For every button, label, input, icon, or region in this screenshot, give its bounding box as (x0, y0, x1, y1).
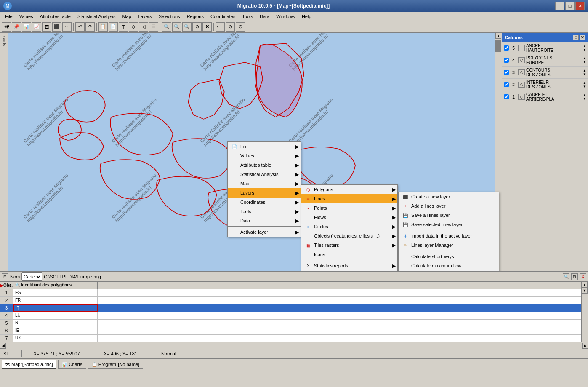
tb-icon-6[interactable]: ⬛ (52, 22, 61, 32)
ctx-objects[interactable]: Objects (recatangles, ellipsis ...) ▶ (301, 231, 397, 240)
tb-nav-3[interactable]: ⊙ (236, 22, 245, 32)
ctx-statistical[interactable]: Statistical Analysis ▶ (228, 170, 301, 179)
menu-attributes[interactable]: Attributes table (37, 13, 74, 20)
menu-file[interactable]: File (2, 13, 16, 20)
menu-tools[interactable]: Tools (239, 13, 256, 20)
table-scroll-down[interactable]: ▼ (582, 288, 588, 294)
ctx-import-data[interactable]: ⬇ Import data in the active layer (399, 231, 499, 240)
minimize-button[interactable]: − (555, 2, 564, 10)
layer-1-up[interactable]: ▲ (583, 93, 586, 97)
close-button[interactable]: ✕ (575, 2, 585, 10)
tb-nav-2[interactable]: ⊙ (226, 22, 235, 32)
ctx-values[interactable]: Values ▶ (228, 151, 301, 160)
menu-help[interactable]: Help (298, 13, 315, 20)
layer-2-down[interactable]: ▼ (583, 85, 586, 88)
tb-icon-12[interactable]: ◁ (139, 22, 148, 32)
tb-icon-4[interactable]: 📈 (32, 22, 41, 32)
ctx-coordinates[interactable]: Coordinates ▶ (228, 198, 301, 207)
taskbar-charts-btn[interactable]: 📊 Charts (58, 360, 86, 369)
layer-3-down[interactable]: ▼ (583, 72, 586, 76)
tb-icon-13[interactable]: ☰ (149, 22, 158, 32)
menu-map[interactable]: Map (119, 13, 134, 20)
ctx-calc-short[interactable]: Calculate short ways (399, 252, 499, 261)
layer-1-down[interactable]: ▼ (583, 97, 586, 101)
ctx-activate[interactable]: Activate layer ▶ (228, 227, 301, 237)
menu-data[interactable]: Data (256, 13, 273, 20)
table-scroll-up[interactable]: ▲ (582, 282, 588, 288)
layer-4-up[interactable]: ▲ (583, 56, 586, 60)
col-header-1[interactable]: 🔍 Identifiant des polygônes (13, 282, 98, 289)
menu-regions[interactable]: Regions (184, 13, 207, 20)
carte-dropdown[interactable]: Carte (21, 272, 42, 281)
hscroll-left[interactable]: ◀ (0, 343, 6, 349)
layer-4-down[interactable]: ▼ (583, 60, 586, 64)
layer-3-checkbox[interactable] (504, 70, 509, 75)
tb-icon-7[interactable]: 〰 (62, 22, 72, 32)
ctx-attributes[interactable]: Attributes table ▶ (228, 160, 301, 170)
ctx-tools[interactable]: Tools ▶ (228, 207, 301, 216)
tb-search[interactable]: 🔍 (162, 22, 171, 32)
ctx-save-all-lines[interactable]: 💾 Save all lines layer (399, 211, 499, 220)
ctx-create-new-layer[interactable]: ⬛ Create a new layer (399, 192, 499, 201)
ctx-point-layer-edges[interactable]: Create a point layer from lines edges (399, 270, 499, 271)
menu-layers[interactable]: Layers (135, 13, 155, 20)
ctx-symbols[interactable]: ◉ Symbols ▶ (301, 270, 397, 271)
layer-2-checkbox[interactable] (504, 82, 509, 87)
tb-search-2[interactable]: 🔍 (172, 22, 181, 32)
panel-close[interactable]: ✕ (580, 35, 585, 40)
table-row-lu[interactable]: LU (13, 312, 581, 320)
table-row-nl[interactable]: NL (13, 320, 581, 327)
ctx-tiles[interactable]: ▦ Tiles rasters ▶ (301, 240, 397, 250)
ctx-icons[interactable]: Icons (301, 250, 397, 259)
table-row-fr[interactable]: FR (13, 297, 581, 304)
menu-coordinates[interactable]: Coordinates (207, 13, 239, 20)
tb-icon-15[interactable]: ✖ (202, 22, 212, 32)
tb-redo[interactable]: ↷ (85, 22, 95, 32)
table-row-it[interactable]: IT (13, 304, 581, 312)
table-row-uk[interactable]: UK (13, 335, 581, 342)
tb-icon-1[interactable]: 🗺 (2, 22, 11, 32)
table-row-es[interactable]: ES (13, 289, 581, 297)
map-container[interactable]: Carte réalisée avec Migratiohttp://www.m… (8, 33, 502, 271)
taskbar-map-btn[interactable]: 🗺 Map*[Softpedia.mic] (2, 360, 56, 369)
ctx-layers[interactable]: Layers ▶ (228, 188, 301, 198)
ctx-data[interactable]: Data ▶ (228, 216, 301, 225)
ctx-save-selected-lines[interactable]: 💾 Save selected lines layer (399, 220, 499, 229)
ctx-calc-max-flow[interactable]: Calculate maximum flow (399, 261, 499, 270)
bottom-icon-3[interactable]: ⊟ (571, 273, 578, 280)
tb-icon-9[interactable]: 📄 (109, 22, 118, 32)
ctx-circles[interactable]: ○ Circles ▶ (301, 222, 397, 231)
tb-icon-10[interactable]: T (119, 22, 128, 32)
layer-2-up[interactable]: ▲ (583, 81, 586, 85)
tb-icon-5[interactable]: 🖼 (42, 22, 51, 32)
menu-selections[interactable]: Selections (155, 13, 184, 20)
tb-icon-3[interactable]: 📊 (22, 22, 31, 32)
panel-restore[interactable]: □ (573, 35, 579, 40)
tb-icon-8[interactable]: 📋 (98, 22, 108, 32)
bottom-icon-1[interactable]: ⊞ (2, 273, 8, 280)
bottom-close[interactable]: ✕ (580, 273, 586, 280)
taskbar-program-btn[interactable]: 📋 Program*[No name] (88, 360, 143, 369)
tb-undo[interactable]: ↶ (75, 22, 85, 32)
hscroll-right[interactable]: ▶ (582, 343, 588, 349)
tb-search-3[interactable]: 🔍 (182, 22, 192, 32)
layer-5-up[interactable]: ▲ (583, 44, 586, 48)
ctx-map[interactable]: Map ▶ (228, 179, 301, 188)
table-hscrollbar[interactable]: ◀ ▶ (0, 342, 588, 349)
layer-5-down[interactable]: ▼ (583, 48, 586, 52)
bottom-icon-2[interactable]: 🔍 (563, 273, 569, 280)
ctx-lines[interactable]: ━ Lines ▶ (301, 194, 397, 203)
ctx-polygons[interactable]: ⬡ Polygons ▶ (301, 185, 397, 194)
menu-values[interactable]: Values (16, 13, 37, 20)
ctx-add-lines-layer[interactable]: + Add a lines layer (399, 201, 499, 211)
ctx-lines-manager[interactable]: ✏ Lines layer Manager (399, 240, 499, 250)
ctx-file[interactable]: 📄 File ▶ (228, 142, 301, 151)
tb-icon-2[interactable]: 📌 (12, 22, 21, 32)
layer-1-checkbox[interactable] (504, 94, 509, 99)
ctx-statistics[interactable]: Σ Statistics reports ▶ (301, 261, 397, 270)
tb-icon-11[interactable]: ◇ (129, 22, 138, 32)
maximize-button[interactable]: □ (565, 2, 575, 10)
ctx-flows[interactable]: → Flows ▶ (301, 213, 397, 222)
col-header-extra[interactable] (98, 282, 581, 289)
layer-4-checkbox[interactable] (504, 58, 509, 63)
